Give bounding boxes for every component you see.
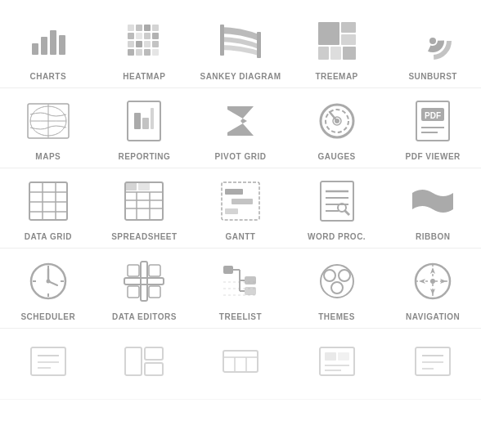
spreadsheet-icon <box>119 177 169 226</box>
datagrid-label: DATA GRID <box>25 232 72 241</box>
pdfviewer-item[interactable]: PDF PDF VIEWER <box>384 88 481 168</box>
scheduler-item[interactable]: SCHEDULER <box>0 249 97 329</box>
component-grid: CHARTS HEATMAP <box>0 0 481 408</box>
more5-icon <box>408 337 457 386</box>
svg-rect-80 <box>141 262 147 301</box>
svg-rect-65 <box>225 208 238 214</box>
navigation-item[interactable]: NAVIGATION <box>384 249 481 329</box>
svg-rect-13 <box>136 41 142 47</box>
themes-item[interactable]: THEMES <box>289 249 385 329</box>
svg-rect-4 <box>128 25 134 31</box>
dataeditors-label: DATA EDITORS <box>112 312 177 321</box>
scheduler-label: SCHEDULER <box>20 312 75 321</box>
heatmap-item[interactable]: HEATMAP <box>97 8 193 88</box>
svg-rect-23 <box>341 22 356 33</box>
svg-rect-9 <box>136 33 142 39</box>
pdfviewer-label: PDF VIEWER <box>406 152 461 161</box>
svg-text:PDF: PDF <box>425 111 441 120</box>
svg-rect-84 <box>128 286 139 298</box>
svg-rect-7 <box>152 25 159 31</box>
ribbon-label: RIBBON <box>416 232 450 241</box>
svg-rect-26 <box>330 47 341 60</box>
heatmap-icon <box>119 16 169 65</box>
svg-rect-18 <box>144 49 151 56</box>
svg-rect-120 <box>320 347 354 375</box>
svg-rect-2 <box>50 30 56 55</box>
more5-item[interactable] <box>384 329 481 400</box>
dataeditors-item[interactable]: DATA EDITORS <box>97 249 193 329</box>
navigation-label: NAVIGATION <box>406 312 460 321</box>
svg-rect-116 <box>223 351 258 372</box>
ribbon-icon <box>408 177 457 226</box>
sankey-item[interactable]: SANKEY DIAGRAM <box>192 8 289 88</box>
svg-rect-63 <box>225 189 243 195</box>
treemap-item[interactable]: TREEMAP <box>289 8 385 88</box>
svg-rect-56 <box>138 182 150 190</box>
more4-icon <box>312 337 362 386</box>
svg-rect-14 <box>144 41 151 47</box>
more4-item[interactable] <box>289 329 385 400</box>
svg-rect-114 <box>145 347 163 360</box>
treelist-item[interactable]: TREELIST <box>192 249 289 329</box>
svg-rect-82 <box>128 265 139 276</box>
svg-rect-35 <box>134 113 141 129</box>
gauges-icon <box>312 96 362 146</box>
reporting-label: REPORTING <box>118 152 170 161</box>
svg-rect-25 <box>318 47 329 60</box>
svg-rect-125 <box>416 347 450 375</box>
more3-icon <box>216 337 265 386</box>
svg-rect-83 <box>149 265 160 276</box>
charts-item[interactable]: CHARTS <box>0 8 97 88</box>
svg-point-108 <box>430 279 435 284</box>
maps-item[interactable]: MAPS <box>0 88 97 168</box>
svg-rect-27 <box>343 47 356 60</box>
svg-rect-115 <box>145 363 163 375</box>
gantt-icon <box>216 177 265 226</box>
gantt-label: GANTT <box>226 232 256 241</box>
svg-rect-81 <box>124 278 164 284</box>
datagrid-item[interactable]: DATA GRID <box>0 168 97 249</box>
svg-rect-24 <box>341 34 356 45</box>
svg-rect-86 <box>223 266 233 274</box>
charts-label: CHARTS <box>29 72 66 81</box>
svg-rect-12 <box>128 41 134 47</box>
wordproc-item[interactable]: WORD PROC. <box>289 168 385 249</box>
treemap-label: TREEMAP <box>315 72 357 81</box>
more1-icon <box>24 337 73 386</box>
maps-label: MAPS <box>35 152 61 161</box>
gauges-item[interactable]: GAUGES <box>289 88 385 168</box>
svg-rect-48 <box>29 182 67 220</box>
spreadsheet-item[interactable]: SPREADSHEET <box>97 168 193 249</box>
themes-label: THEMES <box>318 312 355 321</box>
treemap-icon <box>312 16 362 65</box>
gantt-item[interactable]: GANTT <box>192 168 289 249</box>
sunburst-label: SUNBURST <box>408 72 457 81</box>
pivotgrid-item[interactable]: PIVOT GRID <box>192 88 289 168</box>
svg-rect-3 <box>59 35 65 55</box>
maps-icon <box>24 96 73 146</box>
sankey-icon <box>216 16 265 65</box>
reporting-item[interactable]: REPORTING <box>97 88 193 168</box>
svg-rect-11 <box>152 33 159 39</box>
reporting-icon <box>119 96 169 146</box>
svg-rect-122 <box>338 352 349 361</box>
svg-point-75 <box>46 280 50 284</box>
svg-rect-1 <box>41 37 47 55</box>
wordproc-icon <box>312 177 362 226</box>
svg-rect-121 <box>325 352 336 361</box>
more1-item[interactable] <box>0 329 97 400</box>
ribbon-item[interactable]: RIBBON <box>384 168 481 249</box>
more2-icon <box>119 337 169 386</box>
sunburst-item[interactable]: SUNBURST <box>384 8 481 88</box>
svg-rect-37 <box>151 108 154 129</box>
gauges-label: GAUGES <box>317 152 355 161</box>
svg-point-30 <box>429 38 436 44</box>
pivotgrid-label: PIVOT GRID <box>215 152 267 161</box>
more2-item[interactable] <box>97 329 193 400</box>
more3-item[interactable] <box>192 329 289 400</box>
wordproc-label: WORD PROC. <box>308 232 366 241</box>
svg-rect-55 <box>125 182 137 190</box>
svg-point-98 <box>324 270 335 281</box>
svg-rect-5 <box>136 25 142 31</box>
svg-rect-6 <box>144 25 151 31</box>
